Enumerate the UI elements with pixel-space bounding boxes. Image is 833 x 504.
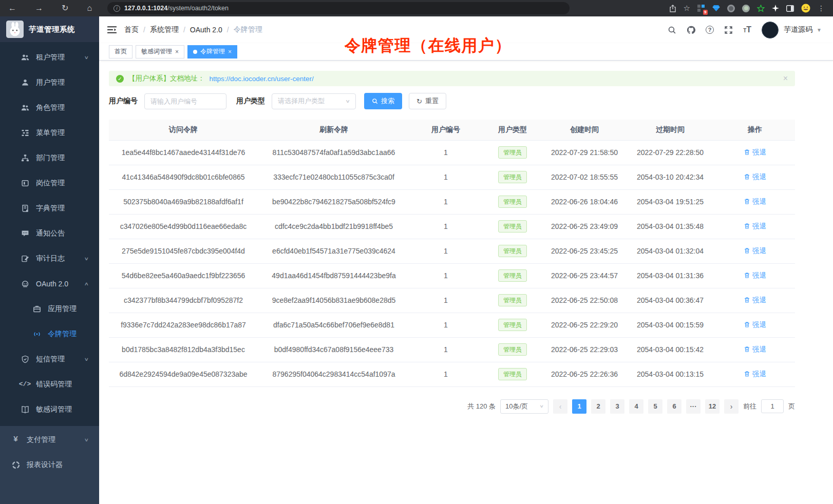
page-number-button[interactable]: 6 [667,399,681,414]
refresh-token-cell: 9ce8ef2aa9f14056b831ae9b608e28d5 [258,288,410,313]
force-logout-button[interactable]: 强退 [744,222,766,231]
sidebar-item[interactable]: 报表设计器 [0,452,99,477]
user-menu-caret-icon[interactable]: ▼ [817,27,822,33]
snowflake-extension-icon[interactable] [772,5,779,12]
user-type-cell: 管理员 [482,140,543,165]
user-id-cell: 1 [410,140,482,165]
user-type-select[interactable]: 请选择用户类型 ∨ [272,93,356,109]
breadcrumb-item[interactable]: 令牌管理 / [234,25,262,34]
trash-icon [744,346,750,353]
address-bar[interactable]: i 127.0.0.1:1024/system/oauth2/token [107,2,570,14]
page-number-button[interactable]: ··· [686,399,701,414]
username[interactable]: 芋道源码 [784,25,812,34]
force-logout-button[interactable]: 强退 [744,345,766,354]
tab-close-icon[interactable]: × [175,48,179,55]
force-logout-button[interactable]: 强退 [744,148,766,157]
gem-extension-icon[interactable] [712,5,720,12]
sidebar-item[interactable]: 审计日志 ∨ [0,246,99,271]
force-logout-button[interactable]: 强退 [744,271,766,280]
sidebar-item[interactable]: 菜单管理 [0,120,99,145]
expire-time-cell: 2054-03-04 01:31:36 [626,263,715,288]
next-page-button[interactable]: › [724,399,739,414]
font-size-icon[interactable]: TT [743,26,751,34]
extension-grid-icon[interactable]: 9 [697,5,705,12]
page-number-button[interactable]: 12 [705,399,720,414]
github-icon[interactable] [687,26,695,34]
action-cell: 强退 [715,165,795,189]
sidebar-item[interactable]: 岗位管理 [0,170,99,196]
browser-reload-icon[interactable]: ↻ [62,4,68,12]
star-extension-icon[interactable] [757,5,765,12]
sidebar-item[interactable]: 短信管理 ∨ [0,346,99,372]
access-token-cell: f9336e7c7dd242a283ee98dc86b17a87 [109,313,258,337]
breadcrumb-item[interactable]: OAuth 2.0 / [190,26,234,34]
tab-close-icon[interactable]: × [228,48,232,55]
help-icon[interactable]: ? [706,26,714,34]
force-logout-button[interactable]: 强退 [744,246,766,256]
user-type-badge: 管理员 [498,269,527,282]
sidebar-item[interactable]: 部门管理 [0,145,99,170]
emoji-avatar[interactable] [801,4,810,13]
fullscreen-icon[interactable] [724,26,733,34]
page-number-button[interactable]: 2 [591,399,605,414]
book-icon [21,405,29,414]
sidebar-item[interactable]: ¥ 支付管理 ∨ [0,427,99,452]
chevron-icon: ∧ [84,281,89,286]
force-logout-button[interactable]: 强退 [744,370,766,379]
force-logout-button[interactable]: 强退 [744,296,766,305]
force-logout-button[interactable]: 强退 [744,172,766,182]
force-logout-button[interactable]: 强退 [744,320,766,329]
sidebar-item[interactable]: OAuth 2.0 ∧ [0,271,99,296]
page-tab[interactable]: 敏感词管理 × [136,45,184,59]
table-row: 502375b8040a469a9b82188afdf6af1f be90422… [109,189,795,214]
search-button[interactable]: 搜索 [364,93,402,109]
sidebar-collapse-icon[interactable] [107,26,117,34]
browser-back-icon[interactable]: ← [8,4,16,12]
app-logo[interactable]: 芋道管理系统 [0,16,99,42]
user-id-cell: 1 [410,189,482,214]
side-panel-icon[interactable] [786,5,794,12]
action-cell: 强退 [715,263,795,288]
sidebar-item[interactable]: 租户管理 ∨ [0,45,99,70]
sidebar-item[interactable]: 通知公告 [0,221,99,246]
user-avatar[interactable] [762,22,779,38]
page-tab[interactable]: 首页 × [109,45,132,59]
share-icon[interactable] [669,5,676,12]
force-logout-button[interactable]: 强退 [744,197,766,206]
sidebar-item[interactable]: 敏感词管理 [0,397,99,422]
browser-forward-icon[interactable]: → [35,4,43,12]
browser-home-icon[interactable]: ⌂ [87,4,92,12]
browser-menu-icon[interactable]: ⋮ [818,4,825,12]
banner-close-icon[interactable]: × [783,74,788,83]
breadcrumb-item[interactable]: 首页 / [124,25,150,34]
page-size-select[interactable]: 10条/页 ∨ [500,399,548,414]
refresh-token-cell: be90422b8c7946218275a508bf524fc9 [258,189,410,214]
sidebar-item[interactable]: 用户管理 [0,70,99,95]
page-number-button[interactable]: 1 [572,399,586,414]
reset-button[interactable]: ↻ 重置 [409,93,446,109]
bookmark-star-icon[interactable]: ☆ [684,4,690,13]
sidebar-item[interactable]: 应用管理 [0,296,99,321]
goto-page-input[interactable] [761,399,784,413]
page-number-button[interactable]: 5 [648,399,662,414]
breadcrumb-item[interactable]: 系统管理 / [150,25,190,34]
user-id-input[interactable] [144,93,226,109]
prev-page-button[interactable]: ‹ [553,399,567,414]
token-table: 访问令牌刷新令牌用户编号用户类型创建时间过期时间操作 1ea5e44f8bc14… [109,120,795,387]
page-tab[interactable]: 令牌管理 × [187,45,237,59]
sidebar-item-label: 敏感词管理 [36,405,72,414]
sidebar-item[interactable]: </> 错误码管理 [0,372,99,397]
sidebar-item[interactable]: 字典管理 [0,196,99,221]
page-number-button[interactable]: 4 [629,399,643,414]
expire-time-cell: 2054-03-04 01:35:48 [626,214,715,239]
sidebar-item[interactable]: 角色管理 [0,95,99,120]
site-info-icon[interactable]: i [113,5,120,12]
page-number-button[interactable]: 3 [610,399,624,414]
sidebar-item[interactable]: 令牌管理 [0,321,99,346]
doc-link[interactable]: https://doc.iocoder.cn/user-center/ [210,75,314,83]
created-time-cell: 2022-06-25 22:29:03 [543,337,626,362]
sidebar-item-label: 用户管理 [36,78,65,87]
extension-icon[interactable] [727,5,735,12]
search-icon[interactable] [668,26,676,34]
extension-icon[interactable] [742,5,750,12]
